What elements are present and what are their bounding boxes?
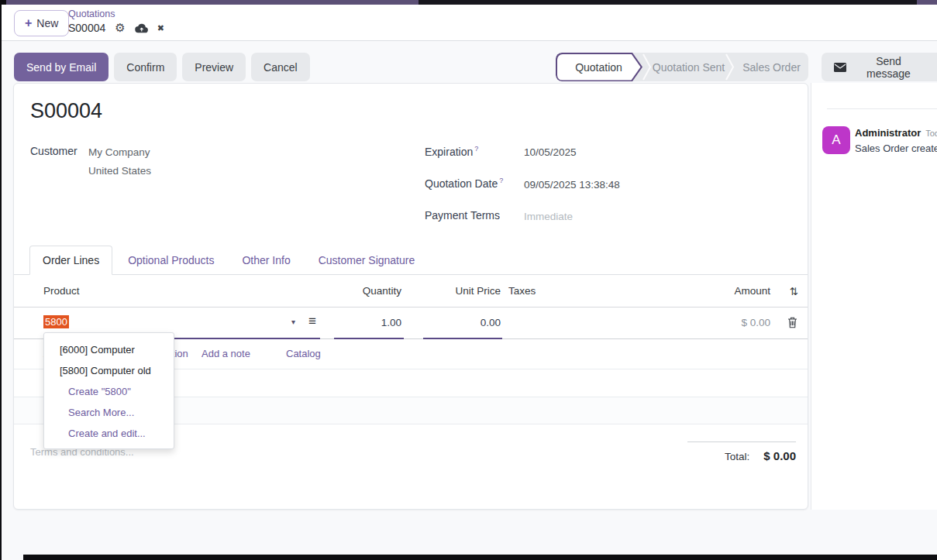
product-autocomplete-dropdown: [6000] Computer [5800] Computer old Crea… <box>43 332 174 449</box>
quantity-field[interactable]: 1.00 <box>381 317 401 328</box>
unit-price-field[interactable]: 0.00 <box>481 317 501 328</box>
add-note-link[interactable]: Add a note <box>202 348 250 359</box>
statusbar: Quotation Quotation Sent Sales Order <box>556 53 808 81</box>
chatter-panel: A AdministratorToday Sales Order created <box>811 83 937 510</box>
dropdown-item-create-and-edit[interactable]: Create and edit... <box>44 423 174 444</box>
column-header-amount: Amount <box>734 285 770 297</box>
customer-country: United States <box>88 165 151 177</box>
form-sheet: S00004 Customer My Company United States… <box>13 83 808 510</box>
expiration-field[interactable]: 10/05/2025 <box>524 146 577 158</box>
message-timestamp: Today <box>925 129 937 138</box>
action-bar: Send by Email Confirm Preview Cancel Quo… <box>0 51 937 83</box>
payment-terms-field[interactable]: Immediate <box>524 211 573 222</box>
help-icon: ? <box>474 145 478 153</box>
new-button-label: New <box>36 17 58 29</box>
tab-optional-products[interactable]: Optional Products <box>115 246 226 274</box>
gear-icon[interactable]: ⚙ <box>115 21 125 35</box>
window-bottom-bar <box>23 555 937 560</box>
send-message-button[interactable]: Send message <box>822 53 937 81</box>
window-left-edge <box>0 0 2 560</box>
send-by-email-button[interactable]: Send by Email <box>14 53 109 81</box>
stage-label: Sales Order <box>742 61 801 74</box>
record-title: S00004 <box>30 99 102 123</box>
dropdown-item-product[interactable]: [5800] Computer old <box>44 360 174 381</box>
quotation-date-field[interactable]: 09/05/2025 13:38:48 <box>524 179 620 191</box>
confirm-button[interactable]: Confirm <box>114 53 177 81</box>
stage-quotation[interactable]: Quotation <box>556 53 642 81</box>
stage-sales-order[interactable]: Sales Order <box>735 53 808 81</box>
catalog-link[interactable]: Catalog <box>286 348 321 359</box>
dropdown-item-search-more[interactable]: Search More... <box>44 402 174 423</box>
payment-terms-label: Payment Terms <box>425 209 500 222</box>
new-button[interactable]: + New <box>14 10 69 36</box>
stage-separator-icon <box>725 53 735 81</box>
optional-columns-icon[interactable]: ⇅ <box>790 285 798 297</box>
column-header-quantity: Quantity <box>363 285 401 297</box>
message-text: Sales Order created <box>855 143 937 154</box>
order-lines-table-header: Product Quantity Unit Price Taxes Amount… <box>14 275 808 307</box>
trash-icon[interactable] <box>787 317 797 331</box>
total-value: $ 0.00 <box>763 449 796 462</box>
total-label: Total: <box>725 451 749 462</box>
chevron-down-icon[interactable]: ▾ <box>291 318 295 326</box>
amount-value: $ 0.00 <box>741 317 770 328</box>
send-message-label: Send message <box>853 55 925 80</box>
tab-order-lines[interactable]: Order Lines <box>29 246 112 275</box>
stage-separator-icon <box>642 53 652 81</box>
stage-label: Quotation <box>575 61 622 74</box>
notebook-tabs: Order Lines Optional Products Other Info… <box>14 246 808 275</box>
quotation-date-label: Quotation Date? <box>425 177 503 190</box>
stage-quotation-sent[interactable]: Quotation Sent <box>652 53 725 81</box>
tab-customer-signature[interactable]: Customer Signature <box>306 246 428 274</box>
breadcrumb: Quotations S00004 ⚙ ✖ <box>68 9 164 35</box>
envelope-icon <box>834 63 846 72</box>
column-header-product: Product <box>43 285 80 297</box>
avatar: A <box>822 126 850 154</box>
log-note-button[interactable] <box>927 53 937 81</box>
preview-button[interactable]: Preview <box>182 53 246 81</box>
window-top-strip <box>0 0 937 5</box>
customer-label: Customer <box>30 145 78 157</box>
dropdown-item-create[interactable]: Create "5800" <box>44 381 174 402</box>
totals-block: Total: $ 0.00 <box>687 441 796 462</box>
breadcrumb-parent-link[interactable]: Quotations <box>68 9 164 19</box>
stage-label: Quotation Sent <box>653 61 725 74</box>
plus-icon: + <box>25 17 32 29</box>
tab-other-info[interactable]: Other Info <box>229 246 302 274</box>
cloud-upload-icon[interactable] <box>135 23 148 33</box>
cancel-button[interactable]: Cancel <box>251 53 310 81</box>
message-author: Administrator <box>855 127 921 139</box>
product-input[interactable]: 5800 <box>43 315 69 328</box>
column-header-unit-price: Unit Price <box>455 285 501 297</box>
column-header-taxes: Taxes <box>508 285 536 297</box>
expiration-label: Expiration? <box>425 145 478 158</box>
control-panel-header: + New Quotations S00004 ⚙ ✖ <box>0 5 937 41</box>
breadcrumb-current: S00004 <box>68 22 105 34</box>
top-strip-segment <box>419 0 917 5</box>
chatter-divider <box>827 108 937 109</box>
internal-link-icon[interactable]: ≡ <box>308 314 316 329</box>
help-icon: ? <box>499 177 503 184</box>
dropdown-item-product[interactable]: [6000] Computer <box>44 339 174 360</box>
customer-name-field[interactable]: My Company <box>88 146 150 158</box>
close-icon[interactable]: ✖ <box>157 23 164 33</box>
